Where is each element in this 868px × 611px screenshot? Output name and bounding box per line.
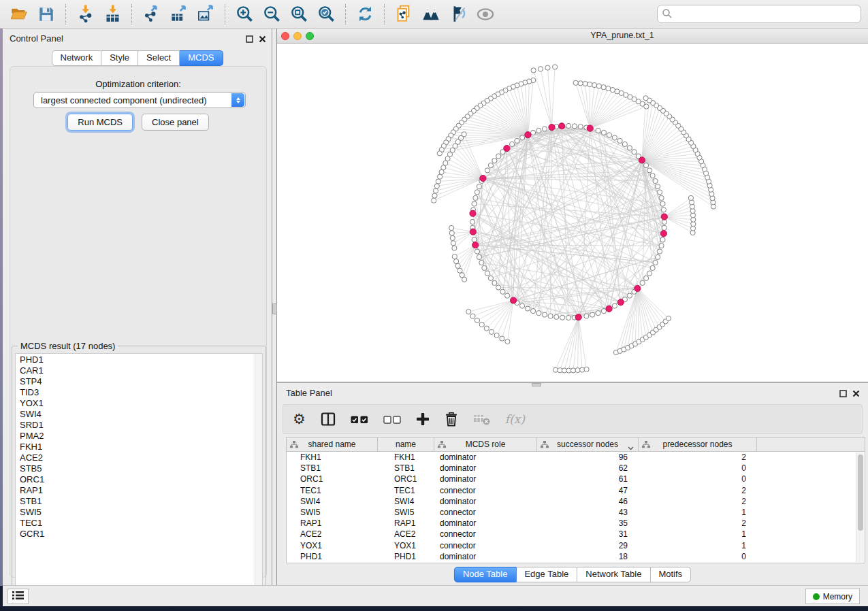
column-label: successor nodes <box>557 440 618 449</box>
network-window-titlebar[interactable]: YPA_prune.txt_1 <box>277 29 868 44</box>
mcds-result-item[interactable]: PHD1 <box>16 354 262 365</box>
deselect-all-icon[interactable] <box>383 415 401 424</box>
mcds-result-item[interactable]: STP4 <box>16 376 262 386</box>
table-tab-edge-table[interactable]: Edge Table <box>516 567 577 582</box>
table-tab-motifs[interactable]: Motifs <box>650 567 691 582</box>
table-row[interactable]: RAP1RAP1dominator352 <box>287 518 865 529</box>
mcds-result-item[interactable]: RAP1 <box>16 484 262 495</box>
table-row[interactable]: STB1STB1dominator620 <box>287 463 865 474</box>
table-row[interactable]: SWI4SWI4dominator462 <box>287 496 865 507</box>
column-header-name[interactable]: name <box>378 437 434 451</box>
mcds-result-item[interactable]: ORC1 <box>16 474 262 484</box>
show-hide-icon[interactable] <box>473 3 498 26</box>
import-table-icon[interactable] <box>100 3 125 26</box>
select-all-icon[interactable] <box>351 415 368 424</box>
run-mcds-button[interactable]: Run MCDS <box>67 114 133 131</box>
show-panels-button[interactable] <box>7 589 29 604</box>
column-header-successor-nodes[interactable]: successor nodes <box>537 437 639 451</box>
network-canvas[interactable] <box>277 44 868 382</box>
zoom-out-icon[interactable] <box>259 3 284 26</box>
mcds-result-item[interactable]: SWI4 <box>16 408 262 419</box>
table-row[interactable]: SWI5SWI5connector431 <box>287 507 865 518</box>
mcds-result-item[interactable]: STB1 <box>16 495 262 506</box>
sort-descending-icon[interactable] <box>628 443 634 452</box>
column-header-predecessor-nodes[interactable]: predecessor nodes <box>639 437 757 451</box>
import-network-icon[interactable] <box>73 3 97 26</box>
export-image-icon[interactable] <box>193 3 218 26</box>
zoom-fit-icon[interactable] <box>287 3 311 26</box>
mcds-result-item[interactable]: PMA2 <box>16 430 262 441</box>
mcds-result-item[interactable]: CAR1 <box>16 365 262 376</box>
first-neighbors-icon[interactable] <box>419 3 443 26</box>
table-panel-title: Table Panel <box>286 388 332 398</box>
mcds-result-title: MCDS result (17 nodes) <box>18 341 118 351</box>
mcds-result-item[interactable]: ACE2 <box>16 452 262 463</box>
table-cell: connector <box>434 529 537 539</box>
float-panel-icon[interactable] <box>246 33 253 46</box>
export-network-icon[interactable] <box>139 3 163 26</box>
columns-icon[interactable] <box>321 412 336 427</box>
window-zoom-traffic-light[interactable] <box>306 32 314 40</box>
table-cell: SWI4 <box>287 497 378 506</box>
window-close-traffic-light[interactable] <box>281 32 289 40</box>
table-row[interactable]: FKH1FKH1dominator962 <box>287 452 865 463</box>
close-table-panel-icon[interactable] <box>852 388 860 400</box>
table-cell: 2 <box>639 452 757 462</box>
delete-icon[interactable] <box>445 412 458 427</box>
float-table-panel-icon[interactable] <box>839 388 847 400</box>
column-header-MCDS-role[interactable]: MCDS role <box>434 437 537 451</box>
table-scrollbar-thumb[interactable] <box>858 455 863 531</box>
mcds-result-item[interactable]: GCR1 <box>16 528 262 539</box>
criterion-dropdown[interactable]: largest connected component (undirected) <box>33 92 246 108</box>
tab-network[interactable]: Network <box>51 50 101 66</box>
export-table-icon[interactable] <box>166 3 191 26</box>
refresh-icon[interactable] <box>353 3 377 26</box>
tab-mcds[interactable]: MCDS <box>180 50 223 66</box>
mcds-list-scrollbar[interactable] <box>255 354 262 596</box>
column-label: MCDS role <box>466 440 506 449</box>
graphics-details-icon[interactable] <box>446 3 470 26</box>
list-icon <box>12 591 24 603</box>
mcds-result-item[interactable]: TEC1 <box>16 517 262 528</box>
close-panel-button[interactable]: Close panel <box>142 114 209 131</box>
add-icon[interactable] <box>416 412 430 426</box>
zoom-in-icon[interactable] <box>232 3 257 26</box>
splitter-grip[interactable] <box>272 303 277 314</box>
node-table[interactable]: shared namenameMCDS rolesuccessor nodesp… <box>286 437 865 563</box>
tab-style[interactable]: Style <box>101 50 138 66</box>
table-cell: 29 <box>537 541 639 550</box>
vertical-splitter[interactable] <box>272 29 277 586</box>
table-tab-network-table[interactable]: Network Table <box>577 567 650 582</box>
table-row[interactable]: ORC1ORC1dominator610 <box>287 474 865 484</box>
save-icon[interactable] <box>34 3 59 26</box>
zoom-selected-icon[interactable] <box>314 3 338 26</box>
function-icon: f(x) <box>505 412 525 426</box>
mcds-result-list[interactable]: PHD1CAR1STP4TID3YOX1SWI4SRD1PMA2FKH1ACE2… <box>15 353 263 597</box>
table-cell: 2 <box>639 486 757 495</box>
search-input[interactable] <box>657 5 861 23</box>
open-file-icon[interactable] <box>7 3 31 26</box>
mcds-result-item[interactable]: FKH1 <box>16 441 262 452</box>
settings-icon[interactable]: ⚙ <box>293 412 306 427</box>
network-from-selection-icon[interactable] <box>391 3 416 26</box>
mcds-tab-content: Optimization criterion: largest connecte… <box>10 66 267 578</box>
window-minimize-traffic-light[interactable] <box>293 32 302 40</box>
mcds-result-item[interactable]: STB5 <box>16 463 262 474</box>
column-header-shared-name[interactable]: shared name <box>287 437 378 451</box>
table-row[interactable]: PHD1PHD1dominator180 <box>287 551 865 562</box>
table-tab-node-table[interactable]: Node Table <box>454 567 517 582</box>
hierarchy-icon <box>438 441 446 450</box>
table-scrollbar[interactable] <box>856 452 864 562</box>
tab-select[interactable]: Select <box>138 50 180 66</box>
mcds-result-item[interactable]: YOX1 <box>16 397 262 408</box>
table-cell: 0 <box>639 463 757 473</box>
table-row[interactable]: YOX1YOX1connector291 <box>287 540 865 551</box>
memory-button[interactable]: Memory <box>805 589 860 604</box>
table-row[interactable]: ACE2ACE2connector311 <box>287 529 865 540</box>
table-cell: ORC1 <box>287 474 378 484</box>
table-row[interactable]: TEC1TEC1connector472 <box>287 485 865 496</box>
mcds-result-item[interactable]: SRD1 <box>16 419 262 430</box>
mcds-result-item[interactable]: TID3 <box>16 386 262 397</box>
close-panel-icon[interactable] <box>259 33 266 46</box>
mcds-result-item[interactable]: SWI5 <box>16 506 262 517</box>
